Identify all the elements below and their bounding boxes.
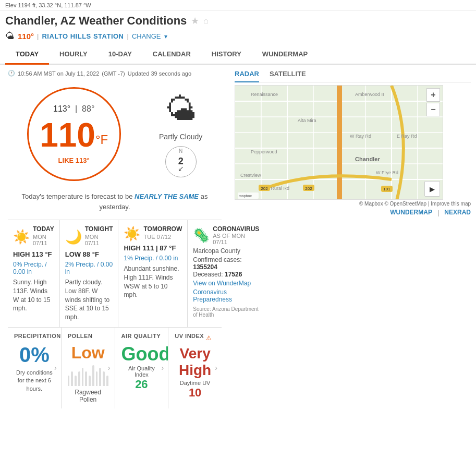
svg-text:W Frye Rd: W Frye Rd [376,170,398,175]
page-title: Chandler, AZ Weather Conditions [5,14,187,28]
pollen-bar-3 [75,376,77,386]
forecast-cards: ☀️ TODAY MON 07/11 HIGH 113 °F 0% Precip… [8,220,222,327]
today-high: HIGH 113 °F [13,250,54,258]
pollen-bar-6 [85,371,87,386]
tab-history[interactable]: HISTORY [201,45,252,65]
svg-text:Alta Mira: Alta Mira [298,118,316,123]
pollen-bar-11 [103,371,105,386]
today-subtitle: MON 07/11 [33,234,54,246]
weather-display: 113° | 88° 110°F LIKE 113° 🌤 Partly Clou… [8,82,222,191]
temp-value: 110 [40,116,95,154]
today-icon: ☀️ [13,229,30,245]
tab-satellite[interactable]: SATELLITE [270,70,306,80]
map-links: WUNDERMAP | NEXRAD [235,209,471,216]
aqi-title: AIR QUALITY [121,333,162,339]
uv-index-card: UV INDEX ⚠ Very High Daytime UV 10 › [168,328,222,408]
timestamp-text: 10:56 AM MST on July 11, 2022 [18,70,99,77]
pollen-bar-12 [106,376,108,386]
precipitation-card: PRECIPITATION 0% Dry conditions for the … [8,328,62,408]
precip-arrow-icon[interactable]: › [54,364,57,372]
pollen-bar-10 [99,368,101,386]
station-name[interactable]: RIALTO HILLS STATION [42,32,124,40]
svg-text:101: 101 [383,187,390,191]
pollen-bar-7 [89,376,91,386]
high-temp: 113° [53,104,70,113]
weather-sun-icon: 🌤 [5,31,15,42]
map-container: Renaissance Amberwood II Alta Mira W Ray… [235,85,443,200]
pollen-arrow-icon[interactable]: › [108,364,111,372]
tonight-desc: Partly cloudy. Low 88F. W winds shifting… [65,278,113,322]
low-temp: 88° [82,104,94,113]
title-bar: Chandler, AZ Weather Conditions ★ ⌂ [0,11,476,30]
wind-arrow-icon: ↙ [178,164,184,173]
uv-arrow-icon[interactable]: › [215,364,217,372]
tab-calendar[interactable]: CALENDAR [142,45,201,65]
pollen-bar-4 [78,371,80,386]
tomorrow-icon: ☀️ [124,226,140,242]
air-quality-card: AIR QUALITY Good Air Quality Index 26 › [115,328,169,408]
zoom-in-button[interactable]: + [426,88,440,102]
tomorrow-desc: Abundant sunshine. High 111F. Winds WSW … [124,264,182,299]
pollen-bar-2 [71,371,73,386]
tomorrow-card: ☀️ TOMORROW TUE 07/12 HIGH 111 | 87 °F 1… [118,220,188,327]
nav-tabs: TODAY HOURLY 10-DAY CALENDAR HISTORY WUN… [0,45,476,65]
tonight-precip[interactable]: 2% Precip. / 0.00 in [65,261,113,275]
tomorrow-subtitle: TUE 07/12 [143,234,182,240]
today-desc: Sunny. High 113F. Winds W at 10 to 15 mp… [13,278,54,313]
elevation-text: Elev 1194 ft, 33.32 °N, 111.87 °W [5,2,91,8]
tab-radar[interactable]: RADAR [235,70,259,82]
condition-panel: 🌤 Partly Cloudy N 2 ↙ [159,91,202,177]
map-link-divider: | [437,209,439,216]
aqi-good-label: Good [121,343,162,365]
svg-text:W Ray Rd: W Ray Rd [350,134,371,139]
today-precip[interactable]: 0% Precip. / 0.00 in [13,261,54,275]
uv-daytime-label: Daytime UV [175,380,215,386]
uv-number: 10 [175,386,215,400]
pollen-bars [68,365,108,386]
zoom-out-button[interactable]: − [426,103,440,116]
updated-text: Updated 39 seconds ago [128,70,191,77]
star-icon[interactable]: ★ [191,15,199,27]
tomorrow-high: HIGH 111 | 87 °F [124,244,182,252]
main-content: 🕐 10:56 AM MST on July 11, 2022 (GMT -7)… [0,65,476,414]
change-button[interactable]: CHANGE [132,32,161,40]
svg-text:202: 202 [261,186,268,191]
map-attribution: © Mapbox © OpenStreetMap | Improve this … [235,201,471,207]
pollen-title: POLLEN [68,333,108,339]
today-title: TODAY [33,225,54,233]
pollen-value: Low [68,343,108,363]
bottom-cards: PRECIPITATION 0% Dry conditions for the … [8,327,222,408]
aqi-arrow-icon[interactable]: › [162,364,164,372]
svg-text:202: 202 [305,186,312,191]
tab-10day[interactable]: 10-DAY [98,45,142,65]
wundermap-link[interactable]: WUNDERMAP [390,209,432,216]
temp-unit: °F [95,132,108,146]
attribution-text: © Mapbox © OpenStreetMap | Improve this … [359,201,471,207]
chevron-down-icon[interactable]: ▾ [164,33,167,40]
tonight-title: TONIGHT [85,225,113,233]
tomorrow-precip[interactable]: 1% Precip. / 0.00 in [124,255,182,262]
play-button[interactable]: ▶ [424,181,440,197]
wind-north-label: N [179,148,182,154]
uv-title: UV INDEX [175,333,204,339]
pollen-card: POLLEN Low Ragweed Pollen [62,328,115,408]
svg-text:Renaissance: Renaissance [251,92,278,97]
play-icon: ▶ [430,185,435,193]
home-icon[interactable]: ⌂ [203,16,209,26]
nexrad-link[interactable]: NEXRAD [444,209,471,216]
tonight-subtitle: MON 07/11 [85,234,113,246]
precip-title: PRECIPITATION [14,333,55,339]
tab-wundermap[interactable]: WUNDERMAP [252,45,318,65]
tab-hourly[interactable]: HOURLY [49,45,98,65]
like-label: LIKE [58,156,74,164]
svg-text:mapbox: mapbox [239,194,252,198]
station-bar: 🌤 110° | RIALTO HILLS STATION | CHANGE ▾ [0,30,476,45]
today-card: ☀️ TODAY MON 07/11 HIGH 113 °F 0% Precip… [8,220,60,327]
pollen-bar-5 [82,368,84,386]
pollen-label: Ragweed Pollen [68,389,108,403]
tab-today[interactable]: TODAY [5,45,49,65]
pollen-bar-8 [92,365,94,386]
map-svg: Renaissance Amberwood II Alta Mira W Ray… [235,86,443,200]
warning-icon: ⚠ [206,334,212,342]
svg-text:Pepperwood: Pepperwood [251,149,277,154]
